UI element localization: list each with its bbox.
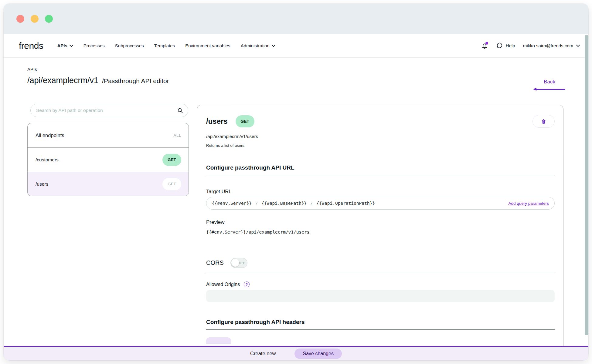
target-url-field[interactable]: {{#env.Server}} / {{#api.BasePath}} / {{…	[206, 197, 555, 210]
nav-item-apis[interactable]: APIs	[57, 43, 73, 48]
delete-endpoint-button[interactable]	[532, 115, 555, 128]
back-arrow-icon	[534, 88, 565, 91]
section-divider	[206, 272, 555, 272]
help-button[interactable]: Help	[496, 42, 515, 49]
cors-label: CORS	[206, 259, 224, 266]
scrollbar-thumb[interactable]	[585, 35, 588, 335]
user-menu[interactable]: mikko.sairo@frends.com	[523, 43, 580, 48]
window-titlebar	[4, 4, 588, 34]
chevron-down-icon	[272, 45, 275, 47]
help-circle-icon[interactable]: ?	[244, 281, 250, 287]
nav-item-environment-variables[interactable]: Environment variables	[185, 43, 230, 48]
minimize-window-button[interactable]	[31, 15, 39, 23]
cors-toggle[interactable]: OFF	[230, 258, 247, 268]
nav-item-templates[interactable]: Templates	[154, 43, 175, 48]
endpoint-row-customers[interactable]: /customers GET	[28, 147, 189, 172]
chevron-down-icon	[70, 45, 73, 47]
url-token-server: {{#env.Server}}	[212, 201, 252, 206]
notifications-button[interactable]	[481, 42, 488, 49]
search-input[interactable]	[36, 108, 177, 113]
url-section-heading: Configure passthrough API URL	[206, 164, 555, 171]
endpoint-description: Returns a list of users.	[206, 143, 555, 148]
clipped-method-pill	[206, 337, 231, 344]
endpoint-label: /customers	[36, 157, 59, 163]
nav-item-label: Subprocesses	[115, 43, 144, 48]
endpoint-list: All endpoints ALL /customers GET /users …	[27, 123, 189, 196]
top-nav: frends APIs Processes Subprocesses Templ…	[4, 34, 588, 58]
url-token-basepath: {{#api.BasePath}}	[262, 201, 307, 206]
endpoint-row-users[interactable]: /users GET	[28, 172, 189, 196]
nav-right-cluster: Help mikko.sairo@frends.com	[481, 42, 580, 49]
nav-item-label: APIs	[57, 43, 67, 48]
close-window-button[interactable]	[16, 15, 24, 23]
save-changes-button[interactable]: Save changes	[294, 349, 342, 359]
back-label: Back	[534, 79, 565, 85]
back-button[interactable]: Back	[534, 79, 565, 91]
nav-item-subprocesses[interactable]: Subprocesses	[115, 43, 144, 48]
add-query-parameters-link[interactable]: Add query parameters	[508, 201, 549, 206]
method-badge-get: GET	[162, 178, 181, 190]
footer-action-bar: Create new Save changes	[4, 346, 588, 360]
preview-value: {{#env.Server}}/api/examplecrm/v1/users	[206, 230, 555, 234]
nav-item-processes[interactable]: Processes	[83, 43, 105, 48]
url-separator: /	[255, 201, 258, 206]
headers-section-heading: Configure passthrough API headers	[206, 319, 555, 325]
app-window: frends APIs Processes Subprocesses Templ…	[4, 4, 588, 360]
endpoint-row-all[interactable]: All endpoints ALL	[28, 123, 189, 147]
allowed-origins-label: Allowed Origins	[206, 282, 240, 287]
target-url-label: Target URL	[206, 189, 555, 194]
breadcrumb[interactable]: APIs	[27, 67, 37, 72]
preview-label: Preview	[206, 219, 555, 225]
maximize-window-button[interactable]	[45, 15, 53, 23]
create-new-button[interactable]: Create new	[250, 351, 276, 356]
section-divider	[206, 175, 555, 175]
search-icon	[177, 108, 183, 113]
url-separator: /	[310, 201, 313, 206]
panel-header: /users GET	[206, 115, 555, 128]
chat-bubble-icon	[496, 42, 503, 49]
user-email: mikko.sairo@frends.com	[523, 43, 573, 48]
chevron-down-icon	[576, 45, 580, 47]
nav-item-label: Processes	[83, 43, 105, 48]
page-title-row: /api/examplecrm/v1 /Passthrough API edit…	[27, 76, 169, 85]
endpoint-path-title: /users	[206, 117, 228, 126]
allowed-origins-row: Allowed Origins ?	[206, 281, 555, 287]
method-badge-get: GET	[236, 115, 254, 127]
page-title: /api/examplecrm/v1	[27, 76, 98, 85]
allowed-origins-input[interactable]	[206, 290, 555, 302]
url-token-operationpath: {{#api.OperationPath}}	[317, 201, 375, 206]
section-divider	[206, 329, 555, 330]
nav-item-label: Administration	[241, 43, 270, 48]
method-badge-get: GET	[162, 154, 181, 166]
help-label: Help	[506, 43, 515, 48]
page-subtitle: /Passthrough API editor	[102, 77, 169, 85]
frends-logo: frends	[19, 41, 43, 51]
endpoint-label: All endpoints	[36, 133, 64, 138]
toggle-knob-icon	[231, 259, 239, 267]
method-badge-all: ALL	[173, 133, 181, 138]
endpoint-full-path: /api/examplecrm/v1/users	[206, 134, 555, 139]
trash-icon	[541, 119, 546, 124]
endpoint-search	[30, 104, 188, 117]
cors-state: OFF	[239, 261, 245, 265]
endpoint-editor-panel: /users GET /api/examplecrm/v1/users Retu…	[197, 105, 563, 346]
notification-dot	[485, 42, 488, 45]
nav-item-label: Environment variables	[185, 43, 230, 48]
nav-item-administration[interactable]: Administration	[241, 43, 275, 48]
nav-item-label: Templates	[154, 43, 175, 48]
endpoint-label: /users	[36, 181, 48, 187]
cors-row: CORS OFF	[206, 258, 555, 268]
